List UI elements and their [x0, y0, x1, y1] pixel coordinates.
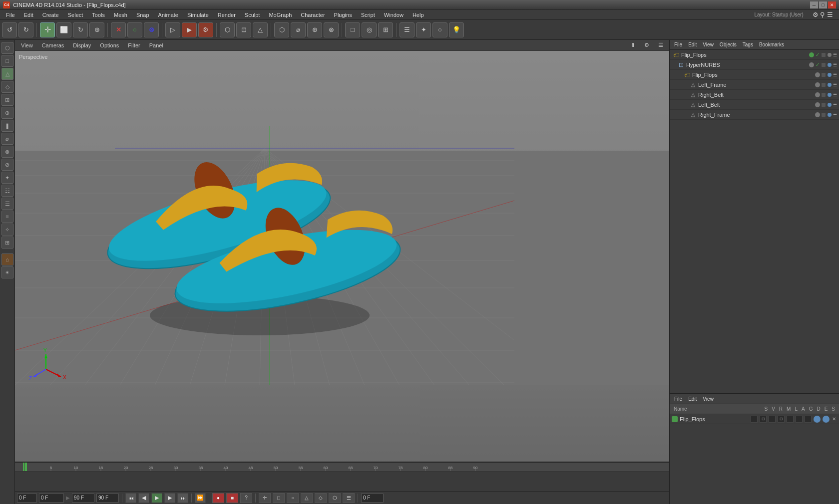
menu-tools[interactable]: Tools: [88, 11, 109, 19]
am-menu-view[interactable]: View: [700, 396, 716, 402]
motion-key6[interactable]: ⬡: [329, 493, 341, 503]
generator-btn[interactable]: ⊕: [307, 22, 322, 37]
menu-file[interactable]: File: [2, 11, 19, 19]
om-row-hypernurbs[interactable]: ⊡ HyperNURBS ✓ ☰: [670, 60, 839, 70]
om-more-3[interactable]: ☰: [833, 72, 837, 77]
left-tool-4[interactable]: ◇: [1, 81, 13, 93]
transform-tool[interactable]: ⊕: [89, 22, 104, 37]
frame-display[interactable]: [361, 494, 384, 503]
menu-mesh[interactable]: Mesh: [110, 11, 131, 19]
left-tool-11[interactable]: ✦: [1, 172, 13, 184]
render-settings-btn[interactable]: ⚙: [198, 22, 213, 37]
key-help-button[interactable]: ?: [240, 493, 252, 503]
om-circ-5[interactable]: [828, 93, 832, 97]
am-row-flipflops[interactable]: Flip_Flops ⊡ ⊡ ✕: [670, 414, 839, 424]
om-row-right-belt[interactable]: △ Right_Belt ☰: [670, 90, 839, 100]
om-more-7[interactable]: ☰: [833, 112, 837, 117]
frame-start-input[interactable]: [17, 494, 37, 503]
scale-tool[interactable]: ⬜: [56, 22, 71, 37]
menu-animate[interactable]: Animate: [154, 11, 182, 19]
viewport[interactable]: Perspective: [15, 51, 669, 462]
motion-key4[interactable]: △: [301, 493, 313, 503]
menu-render[interactable]: Render: [214, 11, 240, 19]
left-tool-3[interactable]: △: [1, 68, 13, 80]
left-tool-5[interactable]: ⊞: [1, 94, 13, 106]
timeline-mode[interactable]: ☰: [343, 493, 355, 503]
z-axis-btn[interactable]: ⊗: [144, 22, 159, 37]
move-tool[interactable]: ✛: [40, 22, 55, 37]
am-ctrl-4[interactable]: ⊡: [778, 416, 785, 423]
vp-menu-options[interactable]: Options: [96, 41, 123, 49]
lamp-btn[interactable]: 💡: [449, 22, 464, 37]
auto-key-button[interactable]: ■: [226, 493, 238, 503]
om-menu-bookmarks[interactable]: Bookmarks: [757, 41, 787, 48]
vp-menu-icon[interactable]: ☰: [654, 41, 667, 49]
left-tool-9[interactable]: ⊗: [1, 146, 13, 158]
y-axis-btn[interactable]: ○: [127, 22, 142, 37]
spline-btn[interactable]: ⌀: [291, 22, 306, 37]
om-box-2[interactable]: [822, 63, 826, 67]
am-ctrl-8[interactable]: [814, 416, 821, 423]
frame-current-input[interactable]: [39, 494, 64, 503]
om-box-5[interactable]: [822, 93, 826, 97]
om-more-1[interactable]: ☰: [833, 52, 837, 57]
menu-layout-icons[interactable]: ⚙ ⚲ ☰: [809, 10, 837, 19]
vp-menu-panel[interactable]: Panel: [145, 41, 167, 49]
step-back-button[interactable]: ◀: [138, 493, 149, 503]
am-ctrl-6[interactable]: [796, 416, 803, 423]
am-ctrl-7[interactable]: [805, 416, 812, 423]
go-start-button[interactable]: ⏮: [125, 493, 136, 503]
motion-key5[interactable]: ◇: [315, 493, 327, 503]
om-dot-grey-3[interactable]: [815, 72, 820, 77]
display-grid-btn[interactable]: ⊞: [378, 22, 393, 37]
om-box-7[interactable]: [822, 113, 826, 117]
menu-help[interactable]: Help: [409, 11, 428, 19]
menu-sculpt[interactable]: Sculpt: [241, 11, 264, 19]
om-box-6[interactable]: [822, 103, 826, 107]
go-end-button[interactable]: ⏭: [177, 493, 188, 503]
menu-create[interactable]: Create: [38, 11, 63, 19]
left-tool-16[interactable]: ⊞: [1, 237, 13, 249]
left-tool-7[interactable]: ❚: [1, 120, 13, 132]
om-more-6[interactable]: ☰: [833, 102, 837, 107]
play-button[interactable]: ▶: [151, 493, 162, 503]
menu-plugins[interactable]: Plugins: [330, 11, 356, 19]
motion-key3[interactable]: ○: [287, 493, 299, 503]
left-tool-1[interactable]: ⬡: [1, 42, 13, 54]
om-menu-edit[interactable]: Edit: [686, 41, 699, 48]
object-mode-btn[interactable]: ⬡: [220, 22, 235, 37]
goto-button[interactable]: ⏩: [195, 493, 206, 503]
left-tool-8[interactable]: ⌀: [1, 133, 13, 145]
snap-btn[interactable]: ✦: [416, 22, 431, 37]
am-menu-edit[interactable]: Edit: [686, 396, 699, 402]
am-menu-file[interactable]: File: [672, 396, 685, 402]
menu-edit[interactable]: Edit: [20, 11, 37, 19]
om-more-4[interactable]: ☰: [833, 82, 837, 87]
om-circ-7[interactable]: [828, 113, 832, 117]
om-menu-tags[interactable]: Tags: [740, 41, 756, 48]
redo-button[interactable]: ↻: [18, 22, 33, 37]
maximize-button[interactable]: □: [819, 1, 827, 8]
left-tool-14[interactable]: ≡: [1, 211, 13, 223]
om-more-2[interactable]: ☰: [833, 62, 837, 67]
vp-expand-icon[interactable]: ⬆: [627, 41, 639, 49]
om-box-3[interactable]: [822, 73, 826, 77]
om-row-right-frame[interactable]: △ Right_Frame ☰: [670, 110, 839, 120]
om-check-1[interactable]: ✓: [816, 52, 820, 57]
om-row-flipflops-root[interactable]: 🏷 Flip_Flops ✓ ☰: [670, 50, 839, 60]
vp-menu-view[interactable]: View: [17, 41, 37, 49]
om-row-flipflops-sub[interactable]: 🏷 Flip_Flops ☰: [670, 70, 839, 80]
deformer-btn[interactable]: ⊗: [324, 22, 339, 37]
om-dot-grey-5[interactable]: [815, 92, 820, 97]
om-circ-2[interactable]: [828, 63, 832, 67]
am-ctrl-del[interactable]: ✕: [832, 416, 836, 422]
vp-menu-display[interactable]: Display: [69, 41, 95, 49]
left-tool-13[interactable]: ☰: [1, 198, 13, 210]
rotate-tool[interactable]: ↻: [73, 22, 88, 37]
close-button[interactable]: ✕: [828, 1, 836, 8]
om-circ-6[interactable]: [828, 103, 832, 107]
motion-key2[interactable]: □: [273, 493, 285, 503]
menu-script[interactable]: Script: [357, 11, 379, 19]
om-box-4[interactable]: [822, 83, 826, 87]
am-ctrl-1[interactable]: [751, 416, 758, 423]
